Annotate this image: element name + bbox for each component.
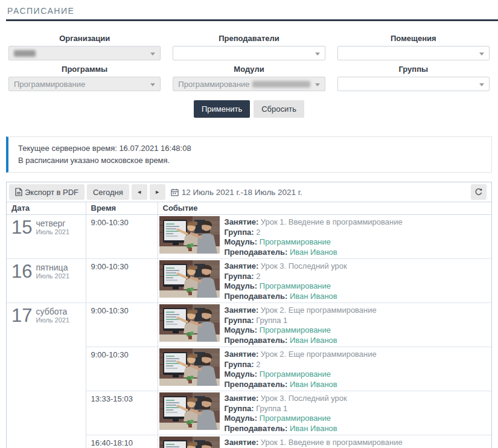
event-teacher-label: Преподаватель: — [225, 380, 288, 389]
event-lesson-label: Занятие: — [225, 438, 259, 447]
table-row: 15 четверг Июль 2021 9:00-10:30 За — [7, 215, 491, 259]
event-lesson-value: Урок 2. Еще программирование — [261, 350, 377, 359]
filter-rooms-label: Помещения — [337, 34, 490, 43]
time-cell: 9:00-10:30 — [86, 303, 158, 347]
chevron-down-icon — [479, 53, 484, 56]
calendar-icon — [171, 188, 179, 196]
event-photo — [159, 348, 220, 386]
event-lesson-label: Занятие: — [225, 394, 259, 403]
pdf-icon — [15, 188, 22, 196]
rooms-select[interactable] — [337, 46, 490, 60]
event-module-label: Модуль: — [225, 281, 258, 290]
date-month: Июль 2021 — [36, 228, 69, 235]
next-week-button[interactable]: ► — [150, 184, 165, 200]
time-cell: 13:33-15:03 — [86, 391, 158, 435]
event-module-link[interactable]: Программирование — [260, 325, 331, 334]
event-teacher-link[interactable]: Иван Иванов — [290, 336, 337, 345]
event-cell: Занятие: Урок 2. Еще программирование Гр… — [158, 347, 491, 391]
column-header-time: Время — [86, 202, 158, 215]
arrow-right-icon: ► — [155, 189, 160, 195]
event-cell: Занятие: Урок 3. Последний урок Группа: … — [158, 259, 491, 303]
server-time-line: Текущее серверное время: 16.07.2021 16:4… — [18, 142, 482, 155]
event-teacher-link[interactable]: Иван Иванов — [290, 424, 337, 433]
date-cell: 15 четверг Июль 2021 — [7, 215, 86, 259]
event-photo — [159, 260, 220, 298]
column-header-event: Событие — [158, 202, 491, 215]
filter-organizations: Организации — [8, 34, 161, 60]
event-module-link[interactable]: Программирование — [260, 370, 331, 379]
table-header-row: Дата Время Событие — [7, 202, 491, 215]
event-module-link[interactable]: Программирование — [260, 237, 331, 246]
filter-modules: Модули Программирование — [173, 65, 325, 91]
event-group-value: 2 — [256, 360, 260, 369]
event-photo — [159, 437, 220, 448]
event-group-value: Группа 1 — [256, 316, 287, 325]
programs-select[interactable]: Программирование — [8, 77, 161, 91]
filter-groups-label: Группы — [337, 65, 490, 74]
table-row: 16 пятница Июль 2021 9:00-10:30 За — [7, 259, 491, 303]
date-range-label: 12 Июль 2021 г.-18 Июль 2021 г. — [182, 188, 302, 197]
event-teacher-label: Преподаватель: — [225, 424, 288, 433]
time-cell: 9:00-10:30 — [86, 259, 158, 303]
event-module-link[interactable]: Программирование — [260, 281, 331, 290]
date-month: Июль 2021 — [36, 316, 69, 324]
event-teacher-link[interactable]: Иван Иванов — [290, 248, 337, 257]
event-photo — [159, 304, 220, 342]
prev-week-button[interactable]: ◄ — [132, 184, 147, 200]
apply-button[interactable]: Применить — [194, 100, 250, 118]
column-header-date: Дата — [7, 202, 86, 215]
event-group-value: 2 — [256, 228, 260, 237]
event-lesson-label: Занятие: — [225, 350, 259, 359]
event-teacher-link[interactable]: Иван Иванов — [290, 292, 337, 301]
filter-programs-label: Программы — [8, 65, 161, 74]
event-cell: Занятие: Урок 1. Введение в программиров… — [158, 435, 491, 448]
filter-modules-label: Модули — [173, 65, 325, 74]
time-cell: 9:00-10:30 — [86, 347, 158, 391]
filter-groups: Группы — [337, 65, 490, 91]
filter-rooms: Помещения — [337, 34, 490, 60]
date-day: 16 — [11, 261, 32, 282]
filter-actions: Применить Сбросить — [0, 100, 498, 118]
refresh-button[interactable] — [471, 184, 487, 200]
event-teacher-label: Преподаватель: — [225, 292, 288, 301]
chevron-down-icon — [315, 83, 320, 86]
filter-teachers-label: Преподаватели — [173, 34, 325, 43]
event-lesson-value: Урок 1. Введение в программирование — [261, 217, 403, 226]
redacted-value — [252, 81, 310, 88]
export-pdf-button[interactable]: Экспорт в PDF — [9, 184, 85, 200]
today-button[interactable]: Сегодня — [87, 184, 129, 200]
schedule-toolbar: Экспорт в PDF Сегодня ◄ ► 12 Июль 2021 г… — [7, 182, 491, 202]
groups-select[interactable] — [337, 77, 490, 91]
date-range: 12 Июль 2021 г.-18 Июль 2021 г. — [171, 188, 302, 197]
server-time-notice: Текущее серверное время: 16.07.2021 16:4… — [6, 136, 492, 173]
time-cell: 9:00-10:30 — [86, 215, 158, 259]
event-group-label: Группа: — [225, 316, 254, 325]
filter-teachers: Преподаватели — [173, 34, 325, 60]
schedule-page: РАСПИСАНИЕ Организации Преподаватели Пом… — [0, 6, 498, 448]
event-lesson-label: Занятие: — [225, 261, 259, 270]
event-group-label: Группа: — [225, 228, 254, 237]
table-row: 17 суббота Июль 2021 9:00-10:30 За — [7, 303, 491, 347]
date-cell: 17 суббота Июль 2021 — [7, 303, 86, 448]
event-cell: Занятие: Урок 1. Введение в программиров… — [158, 215, 491, 259]
event-lesson-value: Урок 3. Последний урок — [261, 261, 347, 270]
modules-select[interactable]: Программирование — [173, 77, 325, 91]
time-cell: 16:40-18:10 — [86, 435, 158, 448]
event-module-link[interactable]: Программирование — [260, 414, 331, 423]
event-group-value: 2 — [256, 272, 260, 281]
chevron-down-icon — [479, 83, 484, 86]
reset-button[interactable]: Сбросить — [254, 100, 304, 118]
event-module-label: Модуль: — [225, 414, 258, 423]
event-group-label: Группа: — [225, 360, 254, 369]
programs-select-value: Программирование — [14, 80, 85, 89]
event-teacher-link[interactable]: Иван Иванов — [290, 380, 337, 389]
date-day: 17 — [11, 306, 32, 326]
chevron-down-icon — [150, 83, 155, 86]
event-photo — [159, 216, 220, 254]
modules-select-value: Программирование — [178, 80, 249, 89]
teachers-select[interactable] — [173, 46, 325, 60]
organizations-select[interactable] — [8, 46, 161, 60]
date-weekday: пятница — [36, 263, 69, 272]
filters-panel: Организации Преподаватели Помещения Прог… — [0, 34, 498, 91]
event-group-label: Группа: — [225, 404, 254, 413]
